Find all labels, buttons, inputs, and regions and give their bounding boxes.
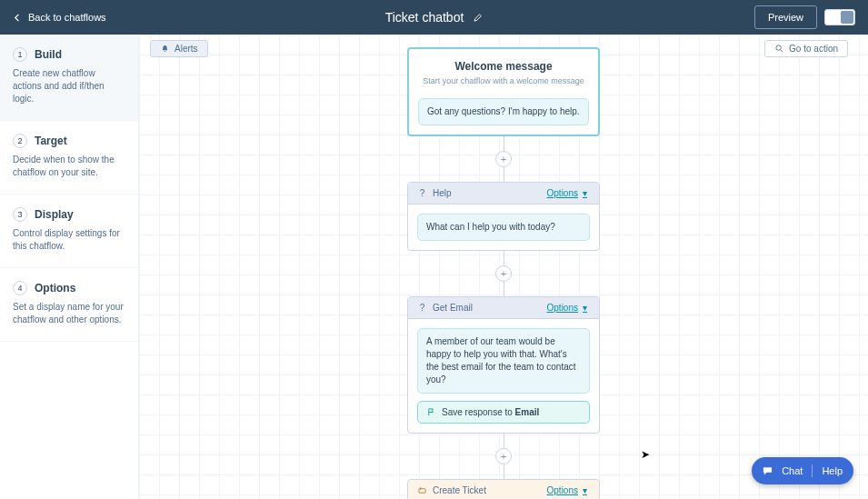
save-response-badge: Save response to Email — [417, 401, 590, 424]
svg-point-0 — [776, 45, 781, 50]
flag-icon — [426, 407, 436, 417]
step-desc: Create new chatflow actions and add if/t… — [13, 67, 125, 105]
header-title-wrap: Ticket chatbot — [385, 10, 484, 25]
sidebar-step-build[interactable]: 1 Build Create new chatflow actions and … — [0, 35, 138, 121]
svg-line-1 — [781, 50, 783, 52]
canvas-toolbar: Alerts Go to action — [139, 35, 859, 63]
sidebar-step-target[interactable]: 2 Target Decide when to show the chatflo… — [0, 121, 138, 195]
options-label: Options — [547, 303, 578, 313]
step-number: 4 — [13, 281, 27, 295]
chevron-left-icon — [13, 13, 23, 23]
step-desc: Control display settings for this chatfl… — [13, 227, 125, 253]
sidebar: 1 Build Create new chatflow actions and … — [0, 35, 139, 499]
search-icon — [774, 44, 784, 54]
save-response-text: Save response to Email — [442, 407, 539, 417]
back-label: Back to chatflows — [28, 12, 106, 23]
sidebar-step-display[interactable]: 3 Display Control display settings for t… — [0, 195, 138, 268]
chevron-down-icon: ▾ — [580, 303, 590, 313]
svg-rect-2 — [419, 489, 425, 494]
help-label: Help — [822, 465, 843, 476]
ticket-icon — [417, 485, 427, 495]
step-number: 3 — [13, 207, 27, 222]
flow-card-help[interactable]: ? Help Options ▾ What can I help you wit… — [407, 182, 600, 251]
help-message: What can I help you with today? — [417, 214, 590, 241]
chat-label: Chat — [782, 465, 803, 476]
card-label: Create Ticket — [433, 485, 486, 495]
card-options-link[interactable]: Options ▾ — [547, 188, 590, 198]
card-options-link[interactable]: Options ▾ — [547, 303, 590, 313]
chat-icon — [763, 466, 773, 476]
card-label: Help — [433, 188, 452, 198]
add-action-button[interactable]: + — [495, 448, 512, 464]
chevron-down-icon: ▾ — [580, 188, 590, 198]
preview-button[interactable]: Preview — [754, 5, 817, 29]
flow-card-get-email[interactable]: ? Get Email Options ▾ A member of our te… — [407, 296, 600, 434]
chevron-down-icon: ▾ — [580, 485, 590, 495]
question-icon: ? — [417, 303, 427, 313]
header-actions: Preview — [754, 5, 855, 29]
welcome-subtitle: Start your chatflow with a welcome messa… — [420, 76, 587, 85]
step-title: Display — [35, 208, 74, 221]
connector: + — [495, 136, 512, 182]
alerts-button[interactable]: Alerts — [150, 40, 208, 57]
chat-help-fab[interactable]: Chat Help — [752, 457, 853, 484]
add-action-button[interactable]: + — [495, 151, 512, 167]
step-title: Build — [35, 48, 62, 61]
step-title: Target — [35, 135, 67, 147]
app-header: Back to chatflows Ticket chatbot Preview — [0, 0, 868, 35]
goto-action-button[interactable]: Go to action — [764, 40, 848, 57]
flow-canvas[interactable]: Alerts Go to action Welcome message Star… — [139, 35, 868, 499]
publish-toggle[interactable] — [824, 9, 855, 25]
back-link[interactable]: Back to chatflows — [13, 12, 106, 23]
pencil-icon[interactable] — [473, 13, 483, 23]
alerts-label: Alerts — [175, 44, 198, 54]
step-desc: Decide when to show the chatflow on your… — [13, 154, 125, 179]
page-title: Ticket chatbot — [385, 10, 464, 25]
options-label: Options — [547, 485, 578, 495]
bell-icon — [160, 44, 170, 54]
goto-label: Go to action — [789, 44, 838, 54]
step-title: Options — [35, 282, 75, 294]
step-number: 2 — [13, 134, 27, 148]
sidebar-step-options[interactable]: 4 Options Set a display name for your ch… — [0, 268, 138, 342]
connector: + — [495, 251, 512, 296]
card-label: Get Email — [433, 303, 473, 313]
add-action-button[interactable]: + — [495, 265, 512, 282]
flow-card-create-ticket[interactable]: Create Ticket Options ▾ And lastly, can … — [407, 479, 600, 499]
step-number: 1 — [13, 47, 27, 62]
welcome-message: Got any questions? I'm happy to help. — [418, 98, 589, 125]
step-desc: Set a display name for your chatflow and… — [13, 301, 125, 326]
email-message: A member of our team would be happy to h… — [417, 328, 590, 394]
question-icon: ? — [417, 188, 427, 198]
options-label: Options — [547, 188, 578, 198]
connector: + — [495, 434, 512, 479]
main-layout: 1 Build Create new chatflow actions and … — [0, 35, 868, 499]
card-options-link[interactable]: Options ▾ — [547, 485, 590, 495]
